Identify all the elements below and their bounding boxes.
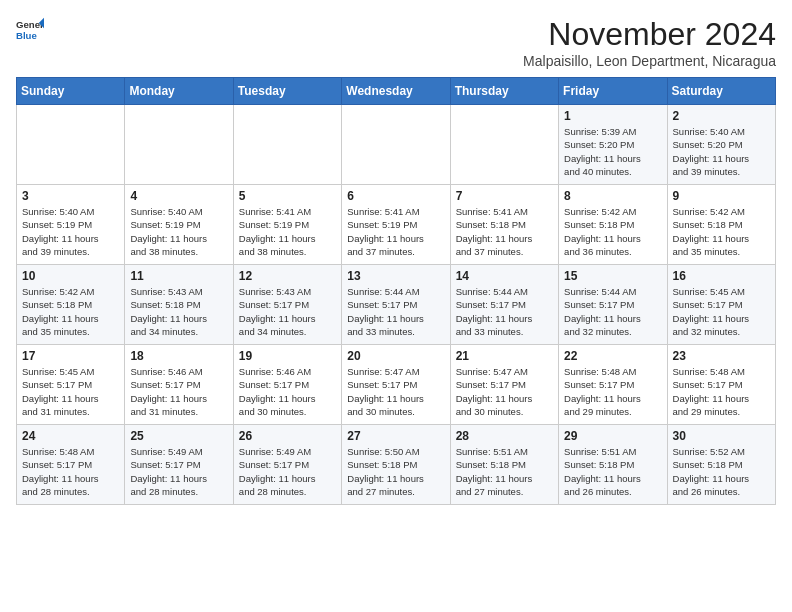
day-number: 9 <box>673 189 770 203</box>
day-number: 4 <box>130 189 227 203</box>
calendar-cell: 17Sunrise: 5:45 AM Sunset: 5:17 PM Dayli… <box>17 345 125 425</box>
day-number: 25 <box>130 429 227 443</box>
day-info: Sunrise: 5:41 AM Sunset: 5:18 PM Dayligh… <box>456 205 553 258</box>
title-block: November 2024 Malpaisillo, Leon Departme… <box>523 16 776 69</box>
calendar-cell: 7Sunrise: 5:41 AM Sunset: 5:18 PM Daylig… <box>450 185 558 265</box>
calendar-cell: 16Sunrise: 5:45 AM Sunset: 5:17 PM Dayli… <box>667 265 775 345</box>
day-number: 27 <box>347 429 444 443</box>
calendar-cell: 2Sunrise: 5:40 AM Sunset: 5:20 PM Daylig… <box>667 105 775 185</box>
day-info: Sunrise: 5:45 AM Sunset: 5:17 PM Dayligh… <box>22 365 119 418</box>
day-info: Sunrise: 5:48 AM Sunset: 5:17 PM Dayligh… <box>564 365 661 418</box>
day-info: Sunrise: 5:46 AM Sunset: 5:17 PM Dayligh… <box>130 365 227 418</box>
day-number: 26 <box>239 429 336 443</box>
calendar-cell: 6Sunrise: 5:41 AM Sunset: 5:19 PM Daylig… <box>342 185 450 265</box>
day-info: Sunrise: 5:40 AM Sunset: 5:19 PM Dayligh… <box>130 205 227 258</box>
calendar-week-2: 3Sunrise: 5:40 AM Sunset: 5:19 PM Daylig… <box>17 185 776 265</box>
day-number: 22 <box>564 349 661 363</box>
day-info: Sunrise: 5:44 AM Sunset: 5:17 PM Dayligh… <box>347 285 444 338</box>
day-number: 29 <box>564 429 661 443</box>
day-info: Sunrise: 5:39 AM Sunset: 5:20 PM Dayligh… <box>564 125 661 178</box>
logo-icon: General Blue <box>16 16 44 44</box>
svg-text:Blue: Blue <box>16 30 37 41</box>
calendar-cell: 1Sunrise: 5:39 AM Sunset: 5:20 PM Daylig… <box>559 105 667 185</box>
calendar-cell: 18Sunrise: 5:46 AM Sunset: 5:17 PM Dayli… <box>125 345 233 425</box>
location: Malpaisillo, Leon Department, Nicaragua <box>523 53 776 69</box>
calendar-cell: 14Sunrise: 5:44 AM Sunset: 5:17 PM Dayli… <box>450 265 558 345</box>
day-number: 18 <box>130 349 227 363</box>
day-number: 2 <box>673 109 770 123</box>
day-info: Sunrise: 5:41 AM Sunset: 5:19 PM Dayligh… <box>347 205 444 258</box>
calendar-week-5: 24Sunrise: 5:48 AM Sunset: 5:17 PM Dayli… <box>17 425 776 505</box>
day-number: 12 <box>239 269 336 283</box>
weekday-header-friday: Friday <box>559 78 667 105</box>
day-info: Sunrise: 5:44 AM Sunset: 5:17 PM Dayligh… <box>456 285 553 338</box>
weekday-header-thursday: Thursday <box>450 78 558 105</box>
day-number: 15 <box>564 269 661 283</box>
calendar-cell: 21Sunrise: 5:47 AM Sunset: 5:17 PM Dayli… <box>450 345 558 425</box>
calendar-cell: 29Sunrise: 5:51 AM Sunset: 5:18 PM Dayli… <box>559 425 667 505</box>
calendar-cell: 12Sunrise: 5:43 AM Sunset: 5:17 PM Dayli… <box>233 265 341 345</box>
day-info: Sunrise: 5:44 AM Sunset: 5:17 PM Dayligh… <box>564 285 661 338</box>
day-number: 3 <box>22 189 119 203</box>
day-number: 8 <box>564 189 661 203</box>
weekday-header-tuesday: Tuesday <box>233 78 341 105</box>
calendar-cell: 26Sunrise: 5:49 AM Sunset: 5:17 PM Dayli… <box>233 425 341 505</box>
day-number: 30 <box>673 429 770 443</box>
calendar-week-3: 10Sunrise: 5:42 AM Sunset: 5:18 PM Dayli… <box>17 265 776 345</box>
day-number: 28 <box>456 429 553 443</box>
day-number: 23 <box>673 349 770 363</box>
calendar-cell: 8Sunrise: 5:42 AM Sunset: 5:18 PM Daylig… <box>559 185 667 265</box>
weekday-header-wednesday: Wednesday <box>342 78 450 105</box>
day-number: 6 <box>347 189 444 203</box>
weekday-header-saturday: Saturday <box>667 78 775 105</box>
calendar-table: SundayMondayTuesdayWednesdayThursdayFrid… <box>16 77 776 505</box>
calendar-cell: 24Sunrise: 5:48 AM Sunset: 5:17 PM Dayli… <box>17 425 125 505</box>
calendar-cell: 10Sunrise: 5:42 AM Sunset: 5:18 PM Dayli… <box>17 265 125 345</box>
day-info: Sunrise: 5:46 AM Sunset: 5:17 PM Dayligh… <box>239 365 336 418</box>
day-info: Sunrise: 5:43 AM Sunset: 5:17 PM Dayligh… <box>239 285 336 338</box>
calendar-cell: 27Sunrise: 5:50 AM Sunset: 5:18 PM Dayli… <box>342 425 450 505</box>
calendar-cell <box>450 105 558 185</box>
day-number: 11 <box>130 269 227 283</box>
day-info: Sunrise: 5:42 AM Sunset: 5:18 PM Dayligh… <box>673 205 770 258</box>
day-number: 10 <box>22 269 119 283</box>
day-info: Sunrise: 5:47 AM Sunset: 5:17 PM Dayligh… <box>347 365 444 418</box>
calendar-cell: 3Sunrise: 5:40 AM Sunset: 5:19 PM Daylig… <box>17 185 125 265</box>
day-number: 14 <box>456 269 553 283</box>
calendar-cell: 19Sunrise: 5:46 AM Sunset: 5:17 PM Dayli… <box>233 345 341 425</box>
day-info: Sunrise: 5:49 AM Sunset: 5:17 PM Dayligh… <box>130 445 227 498</box>
calendar-cell: 4Sunrise: 5:40 AM Sunset: 5:19 PM Daylig… <box>125 185 233 265</box>
calendar-cell <box>342 105 450 185</box>
day-number: 17 <box>22 349 119 363</box>
day-number: 20 <box>347 349 444 363</box>
page-header: General Blue November 2024 Malpaisillo, … <box>16 16 776 69</box>
month-title: November 2024 <box>523 16 776 53</box>
day-info: Sunrise: 5:51 AM Sunset: 5:18 PM Dayligh… <box>456 445 553 498</box>
day-number: 24 <box>22 429 119 443</box>
calendar-week-1: 1Sunrise: 5:39 AM Sunset: 5:20 PM Daylig… <box>17 105 776 185</box>
day-number: 5 <box>239 189 336 203</box>
logo: General Blue <box>16 16 44 44</box>
day-number: 21 <box>456 349 553 363</box>
calendar-cell: 25Sunrise: 5:49 AM Sunset: 5:17 PM Dayli… <box>125 425 233 505</box>
calendar-header: SundayMondayTuesdayWednesdayThursdayFrid… <box>17 78 776 105</box>
day-info: Sunrise: 5:42 AM Sunset: 5:18 PM Dayligh… <box>22 285 119 338</box>
day-info: Sunrise: 5:51 AM Sunset: 5:18 PM Dayligh… <box>564 445 661 498</box>
day-info: Sunrise: 5:43 AM Sunset: 5:18 PM Dayligh… <box>130 285 227 338</box>
day-number: 19 <box>239 349 336 363</box>
calendar-cell: 20Sunrise: 5:47 AM Sunset: 5:17 PM Dayli… <box>342 345 450 425</box>
calendar-cell: 11Sunrise: 5:43 AM Sunset: 5:18 PM Dayli… <box>125 265 233 345</box>
day-number: 1 <box>564 109 661 123</box>
calendar-cell <box>233 105 341 185</box>
day-number: 13 <box>347 269 444 283</box>
day-info: Sunrise: 5:48 AM Sunset: 5:17 PM Dayligh… <box>673 365 770 418</box>
day-info: Sunrise: 5:48 AM Sunset: 5:17 PM Dayligh… <box>22 445 119 498</box>
calendar-cell: 23Sunrise: 5:48 AM Sunset: 5:17 PM Dayli… <box>667 345 775 425</box>
day-number: 16 <box>673 269 770 283</box>
calendar-cell: 28Sunrise: 5:51 AM Sunset: 5:18 PM Dayli… <box>450 425 558 505</box>
day-number: 7 <box>456 189 553 203</box>
day-info: Sunrise: 5:50 AM Sunset: 5:18 PM Dayligh… <box>347 445 444 498</box>
calendar-cell: 9Sunrise: 5:42 AM Sunset: 5:18 PM Daylig… <box>667 185 775 265</box>
weekday-header-sunday: Sunday <box>17 78 125 105</box>
svg-text:General: General <box>16 19 44 30</box>
